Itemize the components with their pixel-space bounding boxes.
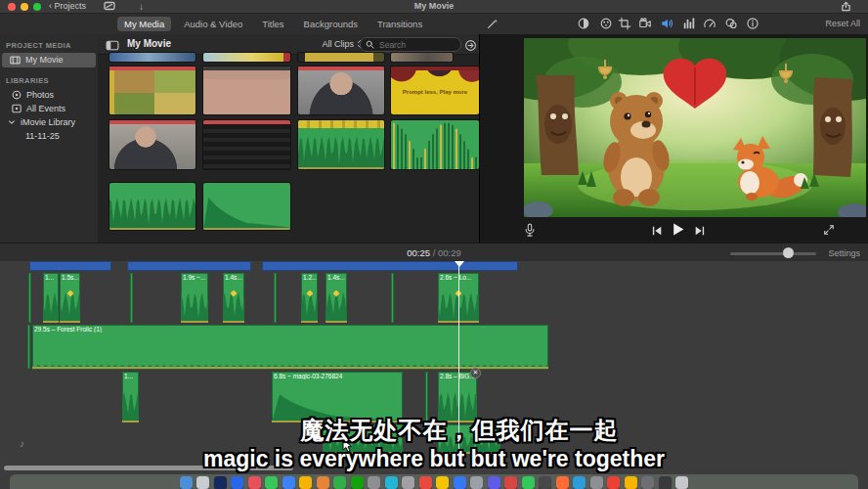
skip-forward-icon[interactable] (691, 222, 709, 240)
clip-filter-dropdown[interactable]: All Clips (322, 39, 364, 49)
timeline-zoom-knob[interactable] (783, 247, 794, 258)
dock-app-icon[interactable] (607, 476, 620, 489)
dock-app-icon[interactable] (539, 476, 551, 489)
dock-app-icon[interactable] (504, 476, 517, 489)
info-icon[interactable] (744, 15, 761, 32)
speed-icon[interactable] (701, 15, 718, 32)
dock-app-icon[interactable] (522, 476, 535, 489)
dock-app-icon[interactable] (214, 476, 227, 489)
media-thumbnail[interactable] (391, 53, 453, 62)
tab-backgrounds[interactable]: Backgrounds (297, 17, 365, 31)
media-thumbnail[interactable] (109, 183, 195, 230)
sidebar-item-photos[interactable]: Photos (4, 88, 54, 102)
preview-video[interactable] (524, 38, 866, 217)
dock-app-icon[interactable] (282, 476, 295, 489)
dock-app-icon[interactable] (436, 476, 449, 489)
media-thumbnail[interactable] (109, 120, 195, 169)
media-thumbnail[interactable] (109, 67, 195, 114)
sidebar-toggle-icon[interactable] (104, 36, 121, 54)
dock-app-icon[interactable] (180, 476, 193, 489)
dock-app-icon[interactable] (299, 476, 312, 489)
media-thumbnail[interactable] (391, 120, 479, 169)
video-strip-clip[interactable] (262, 261, 518, 271)
timeline-clip[interactable]: 1.9s ~... (181, 273, 208, 323)
dock-app-icon[interactable] (368, 476, 380, 489)
dock-app-icon[interactable] (317, 476, 329, 489)
dock-app-icon[interactable] (590, 476, 603, 489)
video-strip-clip[interactable] (29, 261, 111, 271)
search-input[interactable] (377, 39, 450, 51)
crop-icon[interactable] (616, 15, 633, 32)
dock-app-icon[interactable] (675, 476, 688, 489)
timeline-clip[interactable]: 1.5s... (60, 273, 80, 323)
microphone-icon[interactable] (521, 221, 539, 239)
media-thumbnail[interactable]: Prompt less, Play more (391, 67, 479, 114)
timeline-clip[interactable]: 1... (43, 273, 59, 323)
fullscreen-icon[interactable] (820, 221, 838, 239)
content-filter-arrow-icon[interactable] (461, 36, 479, 54)
sidebar-item-my-movie[interactable]: My Movie (2, 53, 96, 67)
timeline-clip[interactable]: 1.4s... (223, 273, 244, 323)
enhance-wand-icon[interactable] (484, 15, 501, 32)
dock-app-icon[interactable] (265, 476, 278, 489)
video-strip-clip[interactable] (127, 261, 251, 271)
skip-back-icon[interactable] (648, 222, 666, 240)
dock-app-icon[interactable] (454, 476, 466, 489)
color-correction-icon[interactable] (597, 15, 615, 32)
dock-app-icon[interactable] (351, 476, 364, 489)
sidebar-item-label: My Movie (25, 55, 64, 65)
color-balance-icon[interactable] (575, 15, 592, 32)
stabilization-icon[interactable] (636, 15, 654, 32)
search-field[interactable] (360, 37, 461, 52)
dock-app-icon[interactable] (402, 476, 414, 489)
effects-icon[interactable] (722, 15, 740, 32)
timeline-clip[interactable] (28, 273, 31, 323)
media-thumbnail[interactable] (109, 53, 195, 62)
dock-app-icon[interactable] (556, 476, 569, 489)
tab-audio-video[interactable]: Audio & Video (177, 17, 249, 31)
settings-button[interactable]: Settings (828, 248, 860, 258)
dock-app-icon[interactable] (659, 476, 672, 489)
media-thumbnail[interactable] (203, 183, 290, 230)
sidebar-item-library-date[interactable]: 11-11-25 (18, 129, 60, 143)
timeline-clip[interactable]: 1.2... (301, 273, 318, 323)
tab-transitions[interactable]: Transitions (370, 17, 429, 31)
remove-clip-icon[interactable]: ✕ (470, 368, 481, 378)
media-thumbnail[interactable] (203, 53, 290, 62)
sidebar-item-label: iMovie Library (21, 117, 75, 127)
libraries-label: LIBRARIES (6, 76, 49, 85)
tab-my-media[interactable]: My Media (117, 17, 171, 31)
dock-app-icon[interactable] (419, 476, 432, 489)
timeline-zoom-slider[interactable] (730, 252, 816, 255)
play-icon[interactable] (669, 220, 686, 238)
sidebar-item-imovie-library[interactable]: iMovie Library (0, 115, 75, 129)
timeline-clip[interactable] (274, 273, 277, 323)
sidebar-item-all-events[interactable]: All Events (4, 102, 65, 115)
media-thumbnail[interactable] (298, 120, 384, 169)
timeline-clip[interactable]: 1.4s... (326, 273, 347, 323)
dock-app-icon[interactable] (248, 476, 261, 489)
media-thumbnail[interactable] (203, 120, 290, 169)
dock-app-icon[interactable] (385, 476, 398, 489)
noise-reduction-icon[interactable] (680, 15, 698, 32)
media-thumbnail[interactable] (203, 67, 290, 114)
timeline-clip[interactable] (27, 325, 30, 369)
media-thumbnail[interactable] (298, 67, 384, 114)
timeline-clip[interactable]: 29.5s – Forest Frolic (1) (32, 325, 548, 369)
share-icon[interactable] (841, 0, 851, 14)
dock-app-icon[interactable] (641, 476, 654, 489)
dock-app-icon[interactable] (196, 476, 209, 489)
dock-app-icon[interactable] (231, 476, 243, 489)
dock-app-icon[interactable] (333, 476, 346, 489)
dock-app-icon[interactable] (488, 476, 500, 489)
timeline-clip[interactable] (130, 273, 133, 323)
dock-app-icon[interactable] (470, 476, 483, 489)
timeline-clip[interactable] (391, 273, 394, 323)
reset-all-button[interactable]: Reset All (825, 19, 860, 28)
dock-app-icon[interactable] (573, 476, 586, 489)
dock-app-icon[interactable] (625, 476, 637, 489)
tab-titles[interactable]: Titles (255, 17, 290, 31)
media-thumbnail[interactable] (298, 53, 384, 62)
volume-icon[interactable] (658, 15, 675, 32)
playhead-handle[interactable] (455, 261, 464, 267)
